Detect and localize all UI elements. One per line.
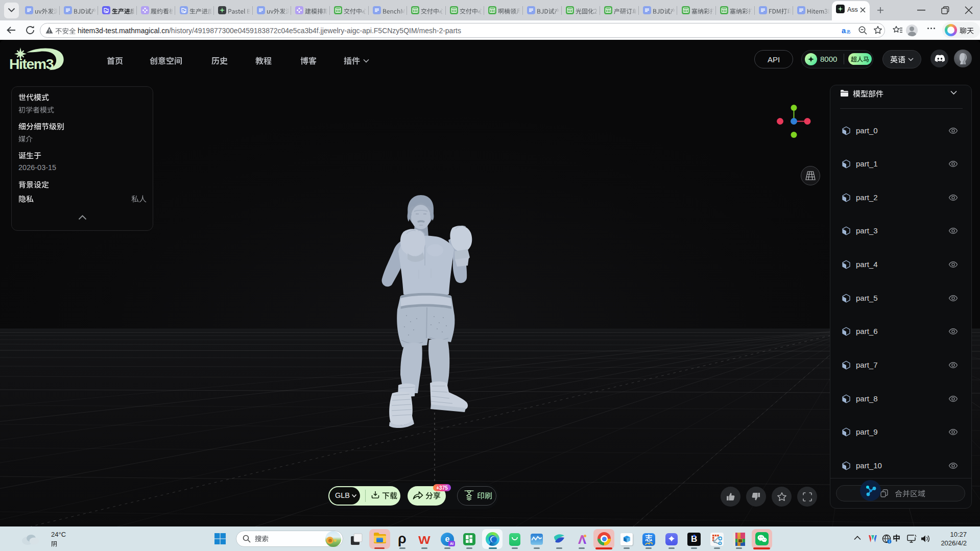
svg-text:i: i [889, 540, 890, 543]
svg-text:Hitem3: Hitem3 [9, 56, 54, 72]
